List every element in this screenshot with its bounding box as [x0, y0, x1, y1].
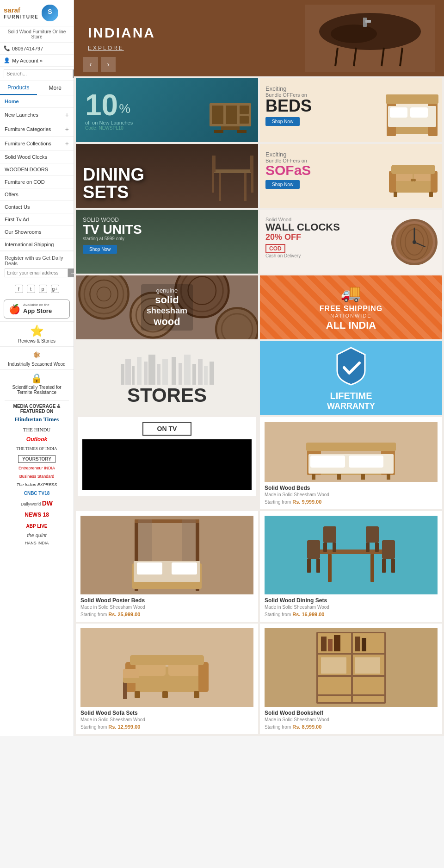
product-price-beds: Starting from Rs. 9,999.00: [265, 499, 438, 505]
product-card-sofaset[interactable]: Solid Wood Sofa Sets Made in Solid Shees…: [76, 624, 258, 734]
menu-item-solid-wood-clocks[interactable]: Solid Wood Clocks: [0, 151, 74, 163]
svg-rect-118: [135, 691, 140, 698]
googleplus-icon[interactable]: g+: [51, 285, 59, 293]
svg-rect-9: [365, 20, 371, 23]
menu-item-new-launches[interactable]: New Launches +: [0, 108, 74, 122]
logo-area: saraf FURNITURE S: [0, 0, 74, 26]
svg-rect-101: [307, 559, 311, 573]
promo-card-stores[interactable]: STORES: [76, 341, 258, 415]
svg-rect-66: [144, 362, 148, 385]
beds-shop-button[interactable]: Shop Now: [265, 117, 300, 126]
appstore-text: Available on the App Store: [23, 303, 52, 315]
svg-rect-64: [132, 366, 135, 385]
product-image-poster-beds: [80, 516, 253, 594]
svg-rect-35: [389, 171, 396, 193]
media-indian-express: The Indian EXPRESS: [5, 481, 69, 489]
product-card-dining-sets[interactable]: Solid Wood Dining Sets Made in Solid She…: [260, 511, 442, 622]
promo-card-free-shipping[interactable]: 🚚 FREE SHIPPING NATIONWIDE ALL INDIA: [260, 275, 442, 339]
menu-item-contact-us[interactable]: Contact Us: [0, 201, 74, 213]
register-form: →: [5, 269, 69, 277]
appstore-link[interactable]: 🍎 Available on the App Store: [4, 300, 70, 318]
promo-card-dining[interactable]: DINING SETS: [76, 144, 258, 208]
product-card-bookshelf[interactable]: Solid Wood Bookshelf Made in Solid Shees…: [260, 624, 442, 734]
feature-termite: 🔒 Scientifically Treated for Termite Res…: [0, 369, 74, 398]
product-name-dining-sets: Solid Wood Dining Sets: [265, 597, 438, 604]
product-name-poster-beds: Solid Wood Poster Beds: [80, 597, 253, 604]
menu-item-home[interactable]: Home: [0, 95, 74, 108]
product-desc-bookshelf: Made in Solid Sheesham Wood: [265, 717, 438, 722]
promo-card-sofas[interactable]: Exciting Bundle OFFers on SOFaS Shop Now: [260, 144, 442, 208]
hero-prev-button[interactable]: ‹: [83, 57, 98, 72]
promo-card-ten-off[interactable]: 10 % off on New Launches Code: NEWSPL10: [76, 78, 258, 142]
media-the-quint: the quint: [5, 531, 69, 539]
svg-rect-36: [431, 171, 438, 193]
promo-card-sheesham-wood[interactable]: genuine solid sheesham wood: [76, 275, 258, 339]
svg-rect-132: [334, 635, 340, 651]
menu-item-our-showrooms[interactable]: Our Showrooms: [0, 226, 74, 238]
media-business-standard: Business Standard: [5, 472, 69, 481]
svg-rect-68: [157, 364, 160, 385]
account-link[interactable]: 👤 My Account »: [0, 55, 74, 67]
product-card-poster-beds[interactable]: Solid Wood Poster Beds Made in Solid She…: [76, 511, 258, 622]
menu-item-wooden-doors[interactable]: WOODEN DOORS: [0, 163, 74, 176]
svg-rect-103: [382, 540, 395, 559]
svg-rect-83: [306, 443, 396, 451]
svg-rect-82: [349, 456, 383, 468]
promo-card-lifetime-warranty[interactable]: LIFETIME WARRANTY: [260, 341, 442, 415]
hero-banner: INDIANA EXPLORE ‹ ›: [74, 0, 444, 76]
svg-rect-111: [375, 543, 379, 552]
promo-card-wall-clocks[interactable]: Solid Wood WALL CLOCKS 20% OFF COD Cash …: [260, 210, 442, 274]
search-form: →: [0, 67, 74, 81]
svg-rect-134: [362, 638, 366, 651]
menu-item-furniture-collections[interactable]: Furniture Collections +: [0, 137, 74, 151]
product-card-beds[interactable]: Solid Wood Beds Made in Solid Sheesham W…: [260, 417, 442, 509]
svg-rect-65: [137, 357, 142, 385]
svg-rect-116: [198, 662, 209, 692]
promo-card-beds[interactable]: Exciting Bundle OFFers on BEDS Shop Now: [260, 78, 442, 142]
svg-rect-62: [121, 364, 124, 385]
menu-item-furniture-on-cod[interactable]: Furniture on COD: [0, 176, 74, 188]
svg-rect-100: [307, 540, 320, 559]
svg-text:S: S: [48, 8, 52, 15]
hero-explore-link[interactable]: EXPLORE: [88, 45, 124, 51]
svg-rect-39: [429, 192, 433, 197]
svg-rect-121: [123, 681, 127, 699]
pinterest-icon[interactable]: p: [39, 285, 47, 293]
tv-screen: [82, 439, 252, 490]
product-image-bookshelf: [265, 628, 438, 707]
svg-rect-37: [391, 165, 435, 174]
search-input[interactable]: [4, 69, 73, 78]
menu-item-international-shipping[interactable]: International Shipping: [0, 238, 74, 251]
twitter-icon[interactable]: t: [27, 285, 35, 293]
product-desc-beds: Made in Solid Sheesham Wood: [265, 492, 438, 497]
media-entrepreneur: Entrepreneur INDIA: [5, 464, 69, 472]
promo-card-tv-units[interactable]: SOLID WOOD TV UNITS starting at 5999 onl…: [76, 210, 258, 274]
tv-shop-button[interactable]: Shop Now: [83, 245, 117, 254]
sidebar: saraf FURNITURE S Solid Wood Furniture O…: [0, 0, 74, 736]
hero-next-button[interactable]: ›: [101, 57, 116, 72]
svg-point-50: [80, 275, 129, 318]
tab-products[interactable]: Products: [0, 81, 37, 95]
menu-item-furniture-categories[interactable]: Furniture Categories +: [0, 122, 74, 137]
tab-more[interactable]: More: [37, 81, 74, 95]
menu-item-first-tv-ad[interactable]: First Tv Ad: [0, 213, 74, 226]
svg-rect-73: [192, 364, 196, 385]
sofas-shop-button[interactable]: Shop Now: [265, 180, 300, 189]
facebook-icon[interactable]: f: [15, 285, 23, 293]
menu-item-offers[interactable]: Offers: [0, 188, 74, 201]
product-name-bookshelf: Solid Wood Bookshelf: [265, 710, 438, 716]
promo-grid: 10 % off on New Launches Code: NEWSPL10: [74, 76, 444, 417]
svg-rect-123: [123, 669, 139, 678]
svg-rect-22: [390, 107, 407, 118]
svg-rect-63: [125, 359, 131, 385]
product-price-dining-sets: Starting from Rs. 16,999.00: [265, 612, 438, 617]
feature-seasoned-wood: ❅ Industrially Seasoned Wood: [0, 346, 74, 369]
phone-number[interactable]: 📞 08067414797: [0, 43, 74, 55]
svg-rect-96: [172, 562, 197, 575]
svg-rect-98: [328, 554, 332, 582]
media-abp: ABP LIVE: [5, 520, 69, 531]
svg-rect-133: [355, 637, 360, 651]
product-image-sofaset: [80, 628, 253, 707]
svg-rect-67: [148, 355, 155, 385]
email-input[interactable]: [5, 269, 68, 277]
